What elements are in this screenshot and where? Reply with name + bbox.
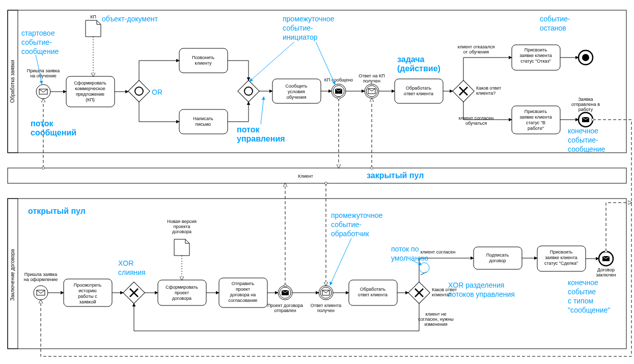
document-contract — [174, 239, 189, 256]
svg-text:работы с: работы с — [78, 294, 97, 299]
gateway-or-split — [128, 80, 150, 102]
svg-text:проект: проект — [236, 287, 250, 292]
svg-text:заявке клиента: заявке клиента — [545, 255, 577, 260]
ann-closedpool: закрытый пул — [367, 171, 424, 180]
svg-text:статус "В: статус "В — [526, 120, 545, 125]
svg-text:договора: договора — [172, 229, 191, 234]
svg-text:отправлена в: отправлена в — [571, 102, 600, 107]
ann-obj-doc: объект-документ — [102, 15, 158, 23]
pool-client — [8, 168, 626, 183]
svg-text:согласен, нужны: согласен, нужны — [418, 317, 453, 322]
svg-text:получен: получен — [317, 308, 335, 313]
event-client-answer — [319, 286, 333, 300]
svg-text:коммерческое: коммерческое — [75, 86, 105, 91]
ann-start-1: стартовое — [21, 29, 55, 37]
ann-ctrl-1: поток — [237, 125, 260, 134]
ann-xors-2: потоков управления — [448, 290, 515, 298]
svg-text:клиенту: клиенту — [195, 61, 212, 66]
svg-text:обучения: обучения — [286, 95, 306, 100]
ann-msgflow-1: поток — [31, 119, 53, 128]
svg-text:обучаться: обучаться — [465, 121, 487, 126]
svg-text:Пришла заявка: Пришла заявка — [24, 272, 57, 277]
start-event-top — [36, 85, 50, 99]
svg-text:заявкой: заявкой — [79, 299, 96, 304]
svg-text:Договор: Договор — [597, 267, 615, 272]
svg-text:изменения: изменения — [424, 322, 447, 327]
ann-xorm-1: XOR — [118, 259, 133, 267]
start-event-top-label-2: на обучение — [30, 73, 57, 78]
svg-text:Проект договора: Проект договора — [267, 303, 303, 308]
ann-endmb-4: "сообщение" — [568, 306, 610, 314]
pool-bottom — [8, 199, 626, 349]
svg-point-44 — [582, 54, 589, 61]
svg-text:Присвоить: Присвоить — [525, 109, 547, 114]
svg-text:заявке клиента: заявке клиента — [519, 115, 552, 120]
gateway-xor-top — [453, 80, 474, 102]
ann-openpool: открытый пул — [28, 207, 86, 215]
ann-endmsg-2: событие- — [568, 136, 598, 144]
ann-ctrl-2: управления — [237, 134, 285, 143]
ann-intc-3: обработчик — [331, 230, 369, 238]
ann-endmb-3: с типом — [568, 297, 593, 305]
ann-or: OR — [152, 88, 162, 96]
svg-text:заявке клиента: заявке клиента — [519, 53, 552, 58]
gateway-xor-split — [408, 282, 430, 303]
gateway-or-merge — [238, 80, 259, 102]
svg-text:Позвонить: Позвонить — [192, 55, 214, 60]
svg-text:Ответ клиента: Ответ клиента — [311, 303, 341, 308]
start-event-bottom — [34, 286, 48, 300]
ann-intc-2: событие- — [331, 220, 362, 229]
ann-xorm-2: слияния — [118, 268, 146, 276]
ann-endmsg-3: сообщение — [568, 145, 605, 153]
svg-rect-7 — [128, 80, 150, 102]
svg-text:Подписать: Подписать — [486, 253, 509, 258]
ann-int-1: промежуточное — [283, 15, 334, 23]
ann-endmsg-1: конечное — [568, 127, 598, 135]
svg-text:проекта: проекта — [174, 224, 190, 229]
svg-text:работу: работу — [578, 107, 593, 112]
svg-text:на оформление: на оформление — [24, 277, 58, 282]
ann-endstop-2: останов — [540, 24, 566, 32]
pool-bottom-title: Заключение договора — [10, 249, 15, 301]
svg-text:статус "Отказ": статус "Отказ" — [520, 59, 551, 64]
ann-endstop-1: событие- — [540, 15, 570, 23]
svg-text:Новая версия: Новая версия — [167, 219, 197, 224]
svg-text:статус "Сделка": статус "Сделка" — [544, 261, 578, 266]
ann-def-2: умолчанию — [391, 254, 428, 262]
svg-text:получен: получен — [363, 78, 380, 83]
ann-xors-1: XOR разделения — [448, 281, 504, 289]
svg-text:историю: историю — [78, 288, 97, 293]
pool-top-title: Обработка заявки — [10, 60, 15, 103]
svg-text:работе": работе" — [528, 126, 544, 131]
svg-text:письмо: письмо — [196, 122, 211, 127]
svg-text:условия: условия — [288, 89, 305, 94]
svg-text:проект: проект — [175, 290, 189, 295]
event-contract-sent — [278, 286, 292, 300]
end-terminate — [578, 50, 593, 65]
svg-text:клиент отказался: клиент отказался — [458, 44, 495, 49]
svg-text:от обучения: от обучения — [463, 49, 489, 54]
event-kp-sent — [332, 84, 346, 98]
svg-text:Присвоить: Присвоить — [525, 47, 547, 52]
svg-text:Сообщить: Сообщить — [286, 83, 308, 89]
ann-def-1: поток по — [391, 245, 419, 253]
svg-rect-13 — [238, 80, 259, 102]
ann-start-2: событие- — [21, 38, 52, 46]
svg-text:клиент не: клиент не — [426, 312, 447, 317]
svg-text:заключен: заключен — [596, 272, 616, 277]
svg-text:договора на: договора на — [230, 292, 256, 297]
svg-text:согласование: согласование — [228, 298, 257, 303]
ann-endmb-1: конечное — [568, 278, 598, 287]
svg-text:Сформировать: Сформировать — [166, 285, 198, 290]
svg-text:Сформировать: Сформировать — [74, 80, 106, 86]
svg-text:Каков ответ: Каков ответ — [476, 86, 501, 91]
document-kp-label: КП — [90, 14, 96, 19]
ann-msgflow-2: сообщений — [31, 128, 76, 137]
ann-intc-1: промежуточное — [331, 211, 382, 219]
ann-int-2: событие- — [283, 24, 313, 32]
ann-task-1: задача — [397, 55, 425, 64]
svg-text:Отправить: Отправить — [232, 281, 255, 286]
event-answer-received — [365, 84, 379, 98]
end-message-top — [578, 113, 593, 127]
pool-client-title: Клиент — [298, 174, 313, 179]
